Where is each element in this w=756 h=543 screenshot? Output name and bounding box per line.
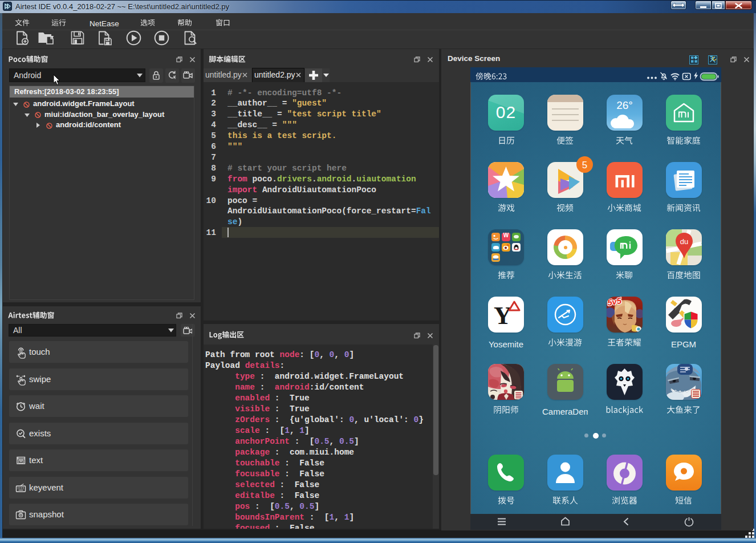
svg-text:du: du (680, 237, 688, 246)
